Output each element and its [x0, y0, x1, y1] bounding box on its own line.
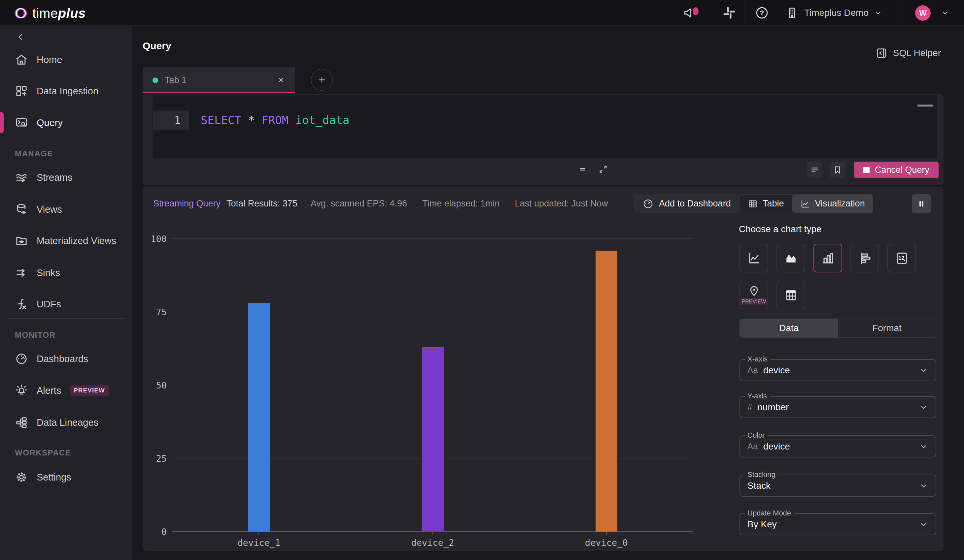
- tab-status-dot: [153, 78, 158, 83]
- column-chart-type-icon: [821, 251, 835, 266]
- sidebar-item-label: Data Ingestion: [37, 86, 98, 97]
- sidebar-item-materialized-views[interactable]: Materialized Views: [0, 229, 132, 253]
- sidebar-item-label: Settings: [37, 472, 71, 483]
- tab-format[interactable]: Format: [838, 319, 936, 338]
- sidebar-item-views[interactable]: Views: [0, 198, 132, 221]
- plot-area: 0255075100device_1device_2device_0: [172, 239, 693, 532]
- table-type-icon: [784, 288, 798, 302]
- chevron-down-icon: [919, 403, 928, 412]
- tab-label: Tab 1: [165, 75, 270, 85]
- workspace-switcher[interactable]: Timeplus Demo: [786, 0, 883, 26]
- update-mode-select[interactable]: Update Mode By Key: [739, 513, 936, 535]
- chevron-down-icon: [874, 8, 883, 17]
- workspace-name: Timeplus Demo: [804, 8, 869, 18]
- alert-bell-icon: [15, 384, 28, 397]
- x-axis-label: device_2: [411, 537, 454, 548]
- sidebar-item-label: Query: [37, 117, 63, 128]
- sidebar-item-streams[interactable]: Streams: [0, 166, 132, 189]
- cancel-query-button[interactable]: Cancel Query: [854, 162, 939, 178]
- resize-handle-icon[interactable]: [577, 164, 588, 175]
- tab-data[interactable]: Data: [740, 319, 838, 338]
- sidebar-item-dashboards[interactable]: Dashboards: [0, 347, 132, 371]
- field-value: Stack: [747, 480, 914, 491]
- sidebar-item-home[interactable]: Home: [0, 48, 132, 71]
- stacking-select[interactable]: Stacking Stack: [739, 475, 936, 497]
- y-axis-label: 100: [151, 234, 167, 244]
- help-button[interactable]: ?: [752, 0, 772, 26]
- chart-type-line-button[interactable]: [739, 244, 768, 273]
- user-menu-button[interactable]: [937, 0, 953, 26]
- topbar-divider: [900, 0, 900, 26]
- single-value-type-icon: 12: [895, 251, 909, 266]
- user-avatar[interactable]: W: [915, 5, 931, 21]
- bookmark-icon: [833, 165, 842, 175]
- x-axis-select[interactable]: X-axis Aa device: [739, 359, 936, 381]
- add-tab-button[interactable]: [311, 69, 333, 91]
- y-axis-label: 0: [161, 527, 167, 537]
- lineage-icon: [15, 416, 28, 429]
- svg-text:?: ?: [760, 9, 764, 16]
- chart-type-area-button[interactable]: [777, 244, 805, 273]
- x-tick-mark: [433, 532, 433, 535]
- building-icon: [786, 6, 799, 19]
- sql-editor-panel: 1 SELECT * FROM iot_data Cancel Query: [143, 94, 943, 185]
- field-label: Update Mode: [745, 509, 794, 518]
- sql-token: FROM: [262, 114, 288, 127]
- sql-helper-button[interactable]: SQL Helper: [875, 47, 941, 59]
- x-tick-mark: [259, 532, 259, 535]
- announcements-button[interactable]: [679, 0, 700, 26]
- tab-tab1[interactable]: Tab 1: [143, 67, 295, 93]
- sidebar-item-label: Sinks: [37, 268, 60, 278]
- visualization-view-button[interactable]: Visualization: [792, 195, 873, 213]
- sidebar-collapse-button[interactable]: [14, 30, 27, 44]
- chart-type-bar-button[interactable]: [850, 244, 879, 273]
- chevron-down-icon: [919, 442, 928, 451]
- sidebar-divider: [7, 144, 125, 144]
- query-terminal-icon: [15, 116, 28, 129]
- chart-type-single-value-button[interactable]: 12: [887, 244, 916, 273]
- close-icon[interactable]: [277, 76, 285, 84]
- chart-type-column-button[interactable]: [813, 244, 842, 273]
- gear-icon: [15, 471, 28, 484]
- y-axis-select[interactable]: Y-axis # number: [739, 396, 936, 418]
- chevron-down-icon: [941, 8, 950, 18]
- sidebar-item-sinks[interactable]: Sinks: [0, 261, 132, 285]
- table-view-button[interactable]: Table: [739, 195, 792, 213]
- add-to-dashboard-button[interactable]: Add to Dashboard: [634, 194, 739, 213]
- sidebar-item-settings[interactable]: Settings: [0, 465, 132, 489]
- slack-button[interactable]: [719, 0, 739, 26]
- chevron-down-icon: [919, 481, 928, 490]
- svg-text:12: 12: [898, 255, 904, 261]
- sql-editor[interactable]: 1 SELECT * FROM iot_data: [153, 95, 937, 158]
- sql-code-line[interactable]: SELECT * FROM iot_data: [201, 110, 349, 130]
- editor-scrollbar[interactable]: [917, 105, 933, 107]
- timeplus-logo[interactable]: timeplus: [13, 6, 86, 21]
- sidebar-item-udfs[interactable]: UDFs: [0, 292, 132, 316]
- format-sql-button[interactable]: [807, 162, 822, 178]
- chevron-left-icon: [16, 32, 25, 42]
- topbar-divider: [713, 0, 713, 26]
- chart-type-table-button[interactable]: [777, 281, 805, 309]
- pause-query-button[interactable]: [912, 194, 931, 213]
- sidebar-item-data-ingestion[interactable]: Data Ingestion: [0, 79, 132, 103]
- total-results-stat: Total Results: 375: [226, 198, 298, 209]
- sidebar-item-query[interactable]: Query: [0, 111, 132, 135]
- sql-token: SELECT: [201, 114, 241, 127]
- expand-icon[interactable]: [598, 164, 608, 174]
- main-content: Query SQL Helper Tab 1 1 SELECT * FROM i…: [132, 26, 964, 560]
- sidebar-item-alerts[interactable]: Alerts PREVIEW: [0, 378, 132, 403]
- topbar-divider: [745, 0, 746, 26]
- color-select[interactable]: Color Aa device: [739, 435, 936, 458]
- bookmark-button[interactable]: [830, 162, 845, 178]
- y-axis-label: 75: [156, 307, 167, 317]
- map-preview-badge: PREVIEW: [740, 298, 768, 305]
- table-view-label: Table: [763, 198, 784, 209]
- sidebar-item-label: Materialized Views: [37, 235, 116, 246]
- home-icon: [15, 53, 28, 66]
- chart-type-map-button[interactable]: PREVIEW: [739, 281, 768, 309]
- pause-icon: [917, 200, 926, 208]
- sidebar-item-data-lineages[interactable]: Data Lineages: [0, 411, 132, 434]
- sidebar-section-monitor: MONITOR: [15, 331, 55, 340]
- sidebar-item-label: Alerts: [37, 385, 61, 396]
- last-updated-stat: Last updated: Just Now: [515, 198, 608, 209]
